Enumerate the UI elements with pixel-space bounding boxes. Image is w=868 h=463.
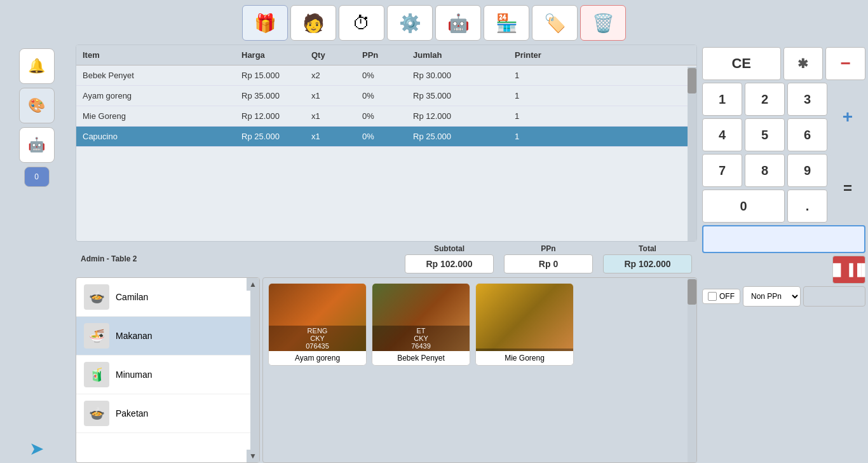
category-list: 🍲 Camilan 🍜 Makanan 🧃 Minuman 🍲 Paketan [76, 278, 259, 462]
category-icon-minuman: 🧃 [84, 362, 109, 387]
numpad-6-btn[interactable]: 6 [787, 118, 827, 151]
product-img-bebek: ETCKY76439 [372, 284, 470, 351]
sidebar-robot-btn[interactable]: 🤖 [19, 127, 55, 163]
col-item: Item [76, 45, 235, 66]
numpad-5-btn[interactable]: 5 [745, 118, 785, 151]
category-label-paketan: Paketan [116, 408, 148, 418]
product-overlay-ayam: RENGCKY076435 [269, 326, 366, 351]
admin-table-label: Admin - Table 2 [81, 254, 137, 263]
left-sidebar: 🔔 🎨 🤖 0 ➤ [0, 45, 73, 463]
toolbar-settings-btn[interactable]: ⚙️ [387, 5, 433, 41]
summary-total: Total Rp 102.000 [603, 244, 692, 273]
ppn-toggle: OFF [702, 289, 740, 304]
arrow-icon: ➤ [29, 438, 44, 459]
table-footer: Admin - Table 2 Subtotal Rp 102.000 PPn … [76, 242, 697, 276]
total-label: Total [639, 244, 656, 253]
toolbar-gift-btn[interactable]: 🎁 [242, 5, 288, 41]
numpad-ce-btn[interactable]: CE [702, 47, 781, 80]
ppn-select[interactable]: Non PPn PPN 10% PPN 11% [743, 286, 801, 307]
numpad-equals-btn[interactable]: = [830, 154, 865, 223]
product-grid-scrollbar-thumb [688, 279, 696, 305]
toolbar-clock-btn[interactable]: ⏱ [339, 5, 384, 41]
bottom-area: ▲ 🍲 Camilan 🍜 Makanan 🧃 Minuman [76, 277, 697, 463]
table-row-selected[interactable]: Capucino Rp 25.000 x1 0% Rp 25.000 1 [76, 127, 696, 147]
category-item-makanan[interactable]: 🍜 Makanan [76, 317, 259, 356]
summary-ppn: PPn Rp 0 [504, 244, 593, 273]
numpad-dot-btn[interactable]: . [787, 190, 827, 223]
numpad-display[interactable] [702, 225, 865, 253]
category-icon-camilan: 🍲 [84, 284, 109, 310]
numpad-asterisk-btn[interactable]: ✱ [783, 47, 824, 80]
numpad-top-row: CE ✱ − [702, 47, 865, 80]
category-scrollbar[interactable] [250, 291, 259, 450]
col-jumlah: Jumlah [407, 45, 508, 66]
product-card-mie[interactable]: Mie Goreng [475, 283, 574, 366]
product-overlay-mie [476, 349, 573, 351]
toolbar-tag-btn[interactable]: 🏷️ [532, 5, 578, 41]
subtotal-value: Rp 102.000 [405, 254, 494, 273]
product-img-ayam: RENGCKY076435 [269, 284, 366, 351]
sidebar-palette-btn[interactable]: 🎨 [19, 88, 55, 123]
category-item-paketan[interactable]: 🍲 Paketan [76, 394, 259, 433]
col-harga: Harga [235, 45, 305, 66]
category-item-camilan[interactable]: 🍲 Camilan [76, 278, 259, 317]
numpad-plus-btn[interactable]: + [830, 83, 865, 151]
category-item-minuman[interactable]: 🧃 Minuman [76, 356, 259, 394]
subtotal-label: Subtotal [434, 244, 465, 253]
table-scrollbar[interactable] [688, 67, 696, 241]
numpad-8-btn[interactable]: 8 [745, 154, 785, 187]
category-label-minuman: Minuman [116, 370, 153, 380]
main-layout: 🔔 🎨 🤖 0 ➤ Item Harga Qty PPn Jumlah Pr [0, 45, 868, 463]
numpad-0-btn[interactable]: 0 [702, 190, 785, 223]
category-icon-paketan: 🍲 [84, 401, 109, 426]
sidebar-number-btn[interactable]: 0 [24, 167, 50, 187]
product-name-bebek: Bebek Penyet [372, 351, 470, 365]
ppn-checkbox[interactable] [708, 292, 717, 301]
toolbar-delete-btn[interactable]: 🗑️ [580, 5, 626, 41]
summary-subtotal: Subtotal Rp 102.000 [405, 244, 494, 273]
sidebar-bell-btn[interactable]: 🔔 [19, 48, 55, 84]
action-btn[interactable] [803, 286, 865, 307]
numpad-ppn-row: OFF Non PPn PPN 10% PPN 11% [702, 286, 865, 307]
table-row[interactable]: Bebek Penyet Rp 15.000 x2 0% Rp 30.000 1 [76, 66, 696, 86]
product-img-mie [476, 284, 573, 351]
toolbar: 🎁 🧑 ⏱ ⚙️ 🤖 🏪 🏷️ 🗑️ [0, 0, 868, 45]
numpad-3-btn[interactable]: 3 [787, 83, 827, 116]
center-content: Item Harga Qty PPn Jumlah Printer Bebek … [73, 45, 700, 463]
ppn-value: Rp 0 [504, 254, 593, 273]
numpad-9-btn[interactable]: 9 [787, 154, 827, 187]
numpad-side-btns: + = [830, 83, 865, 223]
col-printer: Printer [508, 45, 696, 66]
product-name-ayam: Ayam goreng [269, 351, 366, 365]
product-card-bebek[interactable]: ETCKY76439 Bebek Penyet [372, 283, 470, 366]
product-grid-scrollbar[interactable] [688, 278, 696, 462]
numpad-minus-btn[interactable]: − [825, 47, 865, 80]
table-scrollbar-thumb [688, 68, 696, 93]
table-row[interactable]: Ayam goreng Rp 35.000 x1 0% Rp 35.000 1 [76, 86, 696, 106]
toolbar-store-btn[interactable]: 🏪 [484, 5, 529, 41]
category-label-makanan: Makanan [116, 331, 153, 341]
numpad-1-btn[interactable]: 1 [702, 83, 742, 116]
category-sidebar: ▲ 🍲 Camilan 🍜 Makanan 🧃 Minuman [76, 277, 260, 463]
numpad-4-btn[interactable]: 4 [702, 118, 742, 151]
numpad-7-btn[interactable]: 7 [702, 154, 742, 187]
category-scroll-down-btn[interactable]: ▼ [247, 450, 259, 462]
numpad-panel: CE ✱ − 1 2 3 4 5 6 7 8 9 0 . + = [700, 45, 868, 463]
col-ppn: PPn [356, 45, 407, 66]
category-icon-makanan: 🍜 [84, 323, 109, 349]
ppn-off-label: OFF [719, 292, 735, 301]
toolbar-robot-btn[interactable]: 🤖 [435, 5, 481, 41]
product-card-ayam[interactable]: RENGCKY076435 Ayam goreng [268, 283, 367, 366]
order-table-container: Item Harga Qty PPn Jumlah Printer Bebek … [76, 45, 697, 242]
numpad-2-btn[interactable]: 2 [745, 83, 785, 116]
toolbar-person-btn[interactable]: 🧑 [290, 5, 336, 41]
product-grid: RENGCKY076435 Ayam goreng ETCKY76439 Beb… [263, 278, 696, 462]
ppn-label: PPn [541, 244, 555, 253]
numpad-grid: 1 2 3 4 5 6 7 8 9 0 . [702, 83, 827, 223]
table-row[interactable]: Mie Goreng Rp 12.000 x1 0% Rp 12.000 1 [76, 106, 696, 127]
category-scroll-up-btn[interactable]: ▲ [247, 278, 259, 291]
category-label-camilan: Camilan [116, 292, 148, 302]
product-name-mie: Mie Goreng [476, 351, 573, 365]
barcode-btn[interactable]: ▐▌▐▐▌ [832, 256, 865, 284]
order-table: Item Harga Qty PPn Jumlah Printer Bebek … [76, 45, 696, 147]
